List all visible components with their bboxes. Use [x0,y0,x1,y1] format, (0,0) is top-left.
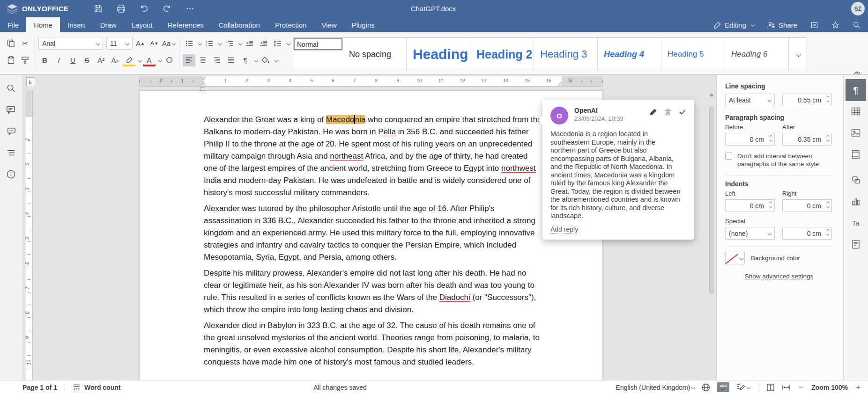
highlight-color-button[interactable] [123,54,135,66]
multilevel-list-button[interactable]: 1i [223,37,236,50]
nonprinting-characters-button[interactable]: ¶ [239,54,252,66]
align-right-button[interactable] [211,54,223,66]
numbered-list-button[interactable]: 12 [203,37,215,50]
right-indent-marker[interactable] [558,80,563,86]
style-heading-4[interactable]: Heading 4 [598,38,661,71]
left-indent-marker[interactable] [201,80,206,86]
spell-checking-toggle[interactable]: ABC [717,382,729,392]
shape-settings-icon[interactable] [844,175,868,184]
track-changes-button[interactable] [736,383,750,391]
style-heading-2[interactable]: Heading 2 [470,38,534,71]
fit-page-button[interactable] [766,383,775,392]
open-file-location-button[interactable] [810,21,818,29]
document-text[interactable]: Alexander the Great was a king of Macedo… [204,114,542,372]
search-button[interactable] [853,21,861,29]
page-indicator[interactable]: Page 1 of 1 [22,384,57,391]
special-indent-spinner[interactable]: 0 cm [782,227,832,240]
bold-button[interactable]: B [38,54,51,66]
chevron-down-icon[interactable] [138,58,142,62]
add-reply-link[interactable]: Add reply [550,226,578,233]
special-indent-select[interactable]: (none) [725,227,775,240]
same-style-interval-checkbox[interactable] [725,153,732,160]
navigation-headings-icon[interactable] [6,148,16,158]
show-advanced-settings-link[interactable]: Show advanced settings [725,273,833,280]
resolve-comment-icon[interactable] [679,108,686,116]
zoom-in-button[interactable]: + [855,383,861,392]
delete-comment-icon[interactable] [664,108,672,116]
vertical-scrollbar[interactable] [708,89,714,380]
chart-settings-icon[interactable] [844,197,868,206]
misspelled-word[interactable]: northeast [330,152,363,161]
style-heading-5[interactable]: Heading 5 [661,38,725,71]
change-case-button[interactable]: Aa [162,37,175,50]
print-button[interactable] [117,4,126,13]
text-art-settings-icon[interactable]: Ta [844,219,868,227]
about-icon[interactable] [6,169,16,179]
table-settings-icon[interactable] [844,107,868,116]
comments-icon[interactable] [6,105,16,115]
strikethrough-button[interactable]: S [81,54,93,66]
vertical-ruler[interactable]: 1 2 3 4 5 6 7 8 9 10 11 [26,90,33,380]
tab-stop-selector[interactable]: L [26,77,35,87]
increase-font-size-button[interactable]: A▲ [134,37,147,50]
paragraph-shading-button[interactable] [259,54,272,66]
style-normal[interactable]: Normal [293,38,343,51]
line-spacing-value-spinner[interactable]: 0.55 cm [782,94,832,106]
more-actions-button[interactable] [185,4,194,13]
tab-insert[interactable]: Insert [60,17,93,32]
style-heading-6[interactable]: Heading 6 [725,38,789,71]
header-footer-settings-icon[interactable] [844,150,868,159]
align-center-button[interactable] [197,54,209,66]
fit-width-button[interactable] [782,384,791,391]
set-language-globe-icon[interactable] [702,383,710,392]
tab-layout[interactable]: Layout [124,17,160,32]
editing-mode-button[interactable]: Editing [713,21,754,29]
tab-plugins[interactable]: Plugins [344,17,382,32]
zoom-out-button[interactable]: − [798,383,804,392]
undo-button[interactable] [140,4,148,13]
font-size-select[interactable]: 11 [106,37,133,50]
word-count-button[interactable]: 123Word count [73,384,121,391]
cut-button[interactable]: ✂ [19,37,31,50]
horizontal-ruler[interactable]: 2 1 1 2 3 4 5 6 7 8 9 10 11 12 13 14 15 … [139,76,603,87]
italic-button[interactable]: I [52,54,65,66]
bullet-list-button[interactable] [183,37,195,50]
misspelled-word[interactable]: Diadochi [439,293,470,302]
tab-file[interactable]: File [0,17,26,32]
style-heading-3[interactable]: Heading 3 [534,38,598,71]
copy-style-button[interactable] [19,54,31,66]
superscript-button[interactable]: A² [95,54,107,66]
copy-button[interactable] [5,37,17,50]
signature-settings-icon[interactable] [844,240,868,249]
line-spacing-mode-select[interactable]: At least [725,94,775,106]
decrease-indent-button[interactable] [243,37,256,50]
tab-draw[interactable]: Draw [93,17,124,32]
commented-text-highlight[interactable]: Macedo [326,115,354,124]
misspelled-word[interactable]: northwest [501,164,536,173]
clear-style-button[interactable] [163,54,176,66]
tab-home[interactable]: Home [26,17,60,32]
subscript-button[interactable]: A₂ [109,54,121,66]
spinner-arrows[interactable] [827,96,829,102]
tab-collaboration[interactable]: Collaboration [211,17,267,32]
indent-left-spinner[interactable]: 0 cm [725,199,775,212]
spacing-after-spinner[interactable]: 0.35 cm [782,133,832,146]
scroll-up-arrow[interactable] [709,91,714,96]
background-color-swatch[interactable] [725,252,745,264]
style-heading-1[interactable]: Heading 1 [407,38,470,71]
left-indent-box-marker[interactable] [200,87,204,91]
font-color-button[interactable]: A [143,54,156,66]
tab-view[interactable]: View [314,17,344,32]
document-page[interactable]: Alexander the Great was a king of Macedo… [139,90,603,380]
scrollbar-thumb[interactable] [709,107,713,294]
favorite-star-button[interactable] [831,21,839,29]
align-left-button[interactable] [183,54,195,66]
indent-right-spinner[interactable]: 0 cm [782,199,832,212]
styles-gallery-expand-button[interactable] [789,38,807,71]
align-justify-button[interactable] [225,54,237,66]
increase-indent-button[interactable] [257,37,270,50]
decrease-font-size-button[interactable]: A▼ [148,37,161,50]
edit-comment-icon[interactable] [650,108,657,116]
line-spacing-button[interactable] [271,37,284,50]
style-no-spacing[interactable]: No spacing [343,38,407,71]
